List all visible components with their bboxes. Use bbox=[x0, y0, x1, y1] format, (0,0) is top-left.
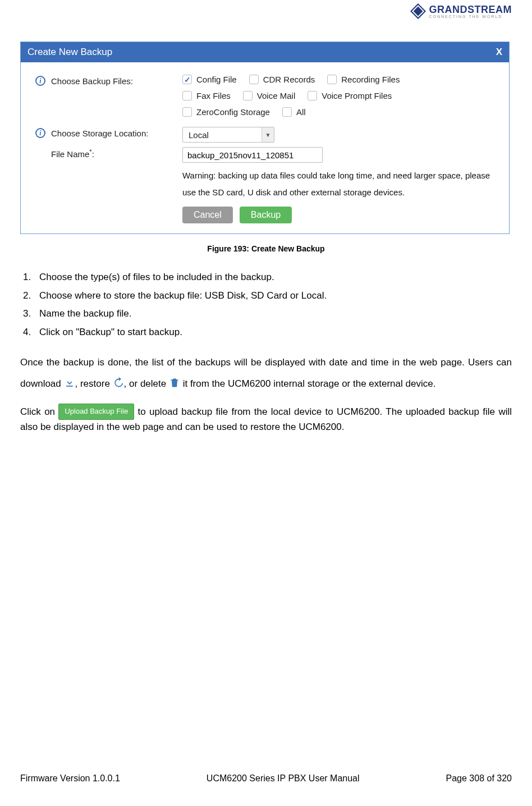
cdr-records-checkbox[interactable] bbox=[249, 75, 259, 84]
step-1: Choose the type(s) of files to be includ… bbox=[34, 269, 512, 286]
recording-files-label: Recording Files bbox=[341, 75, 400, 84]
storage-location-value: Local bbox=[183, 130, 262, 140]
config-file-checkbox[interactable] bbox=[182, 75, 192, 84]
step-2: Choose where to store the backup file: U… bbox=[34, 287, 512, 305]
close-icon[interactable]: X bbox=[496, 47, 502, 58]
all-label: All bbox=[296, 107, 306, 117]
page-footer: Firmware Version 1.0.0.1 UCM6200 Series … bbox=[20, 773, 512, 784]
label-storage-location: Choose Storage Location: bbox=[51, 129, 148, 138]
fax-files-label: Fax Files bbox=[196, 91, 231, 100]
brand-mark-icon bbox=[410, 3, 426, 19]
file-name-input[interactable] bbox=[182, 147, 323, 163]
footer-page: Page 308 of 320 bbox=[446, 773, 512, 784]
cdr-records-label: CDR Records bbox=[263, 75, 315, 84]
brand-name: GRANDSTREAM bbox=[429, 4, 512, 15]
footer-firmware: Firmware Version 1.0.0.1 bbox=[20, 773, 120, 784]
delete-icon bbox=[169, 377, 180, 388]
chevron-down-icon: ▼ bbox=[262, 127, 274, 142]
storage-location-select[interactable]: Local ▼ bbox=[182, 127, 274, 143]
dialog-titlebar: Create New Backup X bbox=[21, 42, 509, 62]
dialog-title: Create New Backup bbox=[27, 47, 112, 58]
voice-prompt-label: Voice Prompt Files bbox=[322, 91, 392, 100]
all-checkbox[interactable] bbox=[282, 107, 292, 117]
download-icon bbox=[64, 377, 75, 388]
instructions-list: Choose the type(s) of files to be includ… bbox=[20, 269, 512, 341]
paragraph-backup-list: Once the backup is done, the list of the… bbox=[20, 352, 512, 394]
step-3: Name the backup file. bbox=[34, 305, 512, 323]
warning-text: Warning: backing up data files could tak… bbox=[182, 167, 494, 201]
label-file-name: File Name bbox=[51, 149, 89, 159]
footer-title: UCM6200 Series IP PBX User Manual bbox=[207, 773, 360, 784]
figure-caption: Figure 193: Create New Backup bbox=[20, 244, 512, 253]
create-backup-dialog: Create New Backup X i Choose Backup File… bbox=[20, 42, 510, 234]
brand-tagline: CONNECTING THE WORLD bbox=[429, 15, 512, 19]
zeroconfig-label: ZeroConfig Storage bbox=[196, 107, 270, 117]
info-icon[interactable]: i bbox=[35, 128, 45, 138]
info-icon[interactable]: i bbox=[35, 76, 45, 86]
cancel-button[interactable]: Cancel bbox=[182, 207, 233, 223]
backup-button[interactable]: Backup bbox=[240, 207, 292, 223]
restore-icon bbox=[113, 377, 124, 388]
brand-logo: GRANDSTREAM CONNECTING THE WORLD bbox=[410, 3, 512, 19]
paragraph-upload: Click on Upload Backup File to upload ba… bbox=[20, 404, 512, 434]
voice-prompt-checkbox[interactable] bbox=[308, 91, 317, 100]
recording-files-checkbox[interactable] bbox=[327, 75, 337, 84]
voice-mail-checkbox[interactable] bbox=[243, 91, 253, 100]
step-4: Click on "Backup" to start backup. bbox=[34, 324, 512, 341]
label-backup-files: Choose Backup Files: bbox=[51, 76, 133, 86]
upload-backup-file-button[interactable]: Upload Backup File bbox=[58, 404, 134, 420]
voice-mail-label: Voice Mail bbox=[257, 91, 295, 100]
fax-files-checkbox[interactable] bbox=[182, 91, 192, 100]
zeroconfig-checkbox[interactable] bbox=[182, 107, 192, 117]
config-file-label: Config File bbox=[196, 75, 237, 84]
